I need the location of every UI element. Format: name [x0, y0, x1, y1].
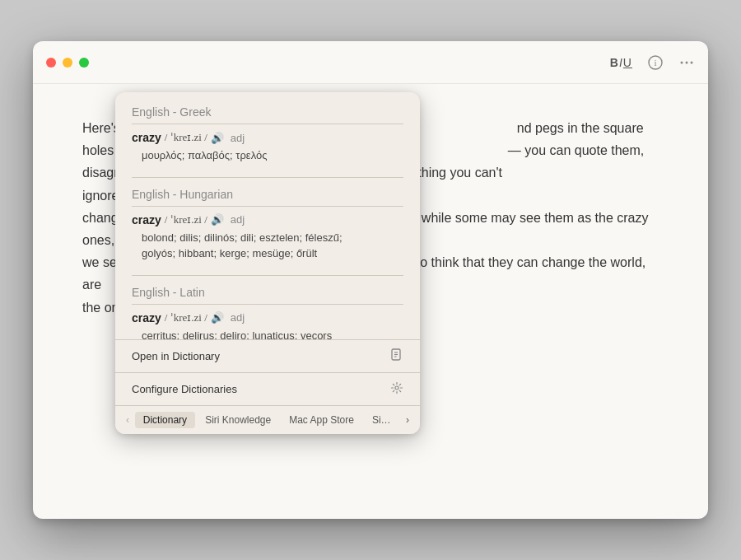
app-window: BIU i Here's to the crazy ones, the misf… [33, 41, 708, 519]
underline-button[interactable]: U [623, 56, 632, 69]
dict-audio-greek[interactable]: 🔊 [211, 132, 224, 144]
svg-point-3 [685, 61, 687, 63]
dict-word-line-greek: crazy / ˈkreɪ.zi / 🔊 adj [132, 131, 403, 144]
dict-word-line-latin: crazy / ˈkreɪ.zi / 🔊 adj [132, 311, 403, 324]
dict-pos-latin: adj [231, 311, 245, 324]
dict-word-latin: crazy [132, 311, 161, 324]
more-options-icon[interactable] [678, 54, 695, 71]
dict-pron-hungarian: / ˈkreɪ.zi / [165, 213, 207, 226]
tab-prev-button[interactable]: ‹ [122, 411, 133, 429]
configure-dictionaries-button[interactable]: Configure Dictionaries [115, 373, 420, 405]
dict-translation-hungarian: bolond; dilis; dilinós; dili; esztelen; … [132, 230, 403, 262]
tab-siri-su[interactable]: Siri Su [364, 412, 400, 428]
dictionary-popup: English - Greek crazy / ˈkreɪ.zi / 🔊 adj… [115, 92, 420, 434]
title-bar-actions: BIU i [610, 54, 695, 71]
dict-audio-hungarian[interactable]: 🔊 [211, 213, 224, 226]
close-button[interactable] [46, 58, 56, 68]
dict-translation-latin: cerritus; delirus; deliro; lunaticus; ve… [132, 328, 403, 340]
content-area: Here's to the crazy ones, the misfits, t… [33, 84, 708, 519]
dict-tab-bar: ‹ Dictionary Siri Knowledge Mac App Stor… [115, 405, 420, 434]
tab-mac-app-store[interactable]: Mac App Store [281, 412, 362, 428]
open-in-dictionary-button[interactable]: Open in Dictionary [115, 340, 420, 373]
dict-scroll-area: English - Greek crazy / ˈkreɪ.zi / 🔊 adj… [115, 92, 420, 339]
svg-point-2 [680, 61, 683, 63]
open-in-dictionary-label: Open in Dictionary [132, 350, 220, 362]
dict-audio-latin[interactable]: 🔊 [211, 311, 224, 324]
divider-2 [132, 275, 403, 276]
title-bar: BIU i [33, 41, 708, 84]
dict-lang-hungarian: English - Hungarian [132, 188, 403, 207]
dict-word-greek: crazy [132, 131, 161, 144]
dict-word-hungarian: crazy [132, 213, 161, 226]
info-icon[interactable]: i [647, 54, 664, 71]
dict-pron-latin: / ˈkreɪ.zi / [165, 311, 207, 324]
configure-dictionaries-label: Configure Dictionaries [132, 383, 237, 395]
dict-section-latin: English - Latin crazy / ˈkreɪ.zi / 🔊 adj… [132, 286, 403, 340]
dict-pron-greek: / ˈkreɪ.zi / [165, 131, 207, 144]
dict-lang-greek: English - Greek [132, 105, 403, 124]
configure-dictionaries-icon [390, 381, 403, 397]
dict-actions: Open in Dictionary Configure Dictionarie… [115, 339, 420, 405]
maximize-button[interactable] [79, 58, 89, 68]
dict-translation-greek: μουρλός; παλαβός; τρελός [132, 147, 403, 164]
minimize-button[interactable] [63, 58, 72, 68]
dict-lang-latin: English - Latin [132, 286, 403, 305]
dict-section-greek: English - Greek crazy / ˈkreɪ.zi / 🔊 adj… [132, 105, 403, 164]
dict-pos-hungarian: adj [231, 213, 245, 226]
tab-siri-knowledge[interactable]: Siri Knowledge [197, 412, 279, 428]
format-biu[interactable]: BIU [610, 56, 632, 69]
bold-button[interactable]: B [610, 56, 619, 69]
traffic-lights [46, 58, 89, 68]
svg-point-4 [690, 61, 692, 63]
svg-point-9 [395, 386, 398, 390]
dict-pos-greek: adj [231, 132, 245, 144]
dict-word-line-hungarian: crazy / ˈkreɪ.zi / 🔊 adj [132, 213, 403, 226]
open-in-dictionary-icon [390, 348, 403, 364]
tab-dictionary[interactable]: Dictionary [135, 412, 195, 428]
svg-text:i: i [654, 58, 656, 68]
divider-1 [132, 177, 403, 178]
dict-section-hungarian: English - Hungarian crazy / ˈkreɪ.zi / 🔊… [132, 188, 403, 262]
tab-next-button[interactable]: › [402, 411, 413, 429]
